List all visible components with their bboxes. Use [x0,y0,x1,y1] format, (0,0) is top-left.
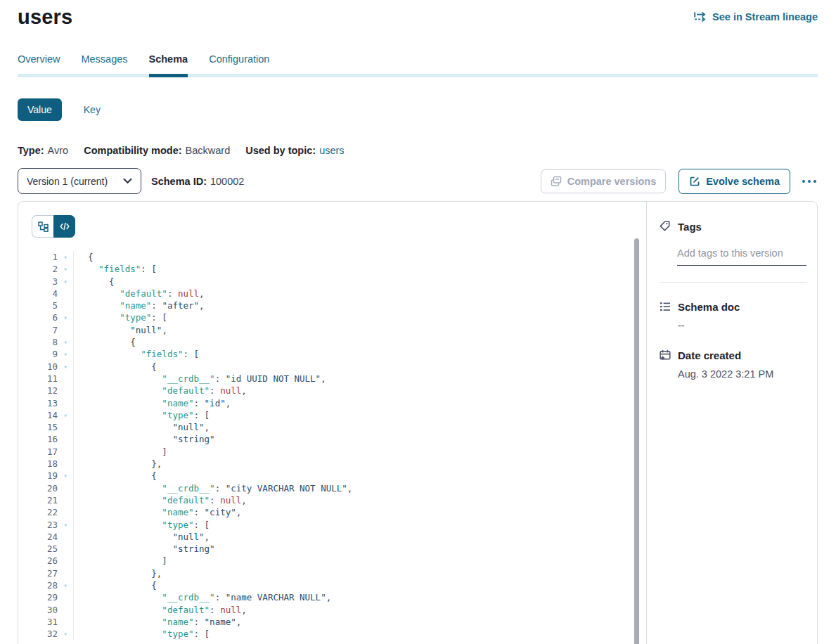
code-text: "type": [ [73,519,210,531]
collapse-toggle-icon[interactable]: ▾ [58,311,73,323]
see-in-stream-lineage-link[interactable]: See in Stream lineage [694,11,818,22]
code-text: "string" [73,433,215,445]
tab-messages[interactable]: Messages [81,53,127,74]
code-text: "__crdb__": "id UUID NOT NULL", [73,373,326,385]
code-text: "null", [73,324,167,336]
line-number: 1 [32,251,58,263]
sidebar-divider [659,282,807,283]
code-text: "default": null, [73,385,247,397]
code-line: 32▾ "type": [ [32,628,646,640]
code-text: { [73,251,94,263]
code-line: 7 "null", [32,324,646,336]
tab-schema[interactable]: Schema [149,53,188,74]
tag-icon [659,220,671,233]
code-text: "type": [ [73,628,210,640]
collapse-toggle-icon[interactable]: ▾ [58,519,73,531]
code-text: ] [73,446,167,458]
code-line: 10▾ { [32,361,646,373]
code-text: "name": "after", [73,300,205,311]
schema-doc-value: -- [678,320,807,331]
code-text: "__crdb__": "city VARCHAR NOT NULL", [73,482,352,494]
collapse-toggle-icon[interactable]: ▾ [58,409,73,421]
code-text: "name": "city", [73,506,241,518]
tree-view-button[interactable] [32,215,53,238]
code-line: 23▾ "type": [ [32,519,646,531]
code-view-button[interactable] [53,215,75,238]
add-tags-input[interactable] [677,247,806,266]
line-number: 5 [32,300,58,311]
code-line: 13 "name": "id", [32,397,646,409]
type-value: Avro [48,145,69,156]
line-number: 11 [32,373,58,385]
collapse-toggle-icon[interactable]: ▾ [58,348,73,360]
version-selected-value: Version 1 (current) [27,176,108,187]
line-number: 14 [32,409,58,421]
line-number: 15 [32,421,58,433]
code-text: }, [73,458,162,470]
code-text: "fields": [ [73,263,157,275]
collapse-toggle-icon[interactable]: ▾ [58,361,73,373]
toggle-value-button[interactable]: Value [18,98,62,121]
code-line: 8▾ { [32,336,646,348]
collapse-toggle-icon[interactable]: ▾ [58,276,73,288]
more-actions-button[interactable] [801,176,818,187]
used-by-topic-link[interactable]: users [319,145,344,156]
code-line: 9▾ "fields": [ [32,348,646,360]
code-line: 19▾ { [32,470,646,482]
code-line: 21 "default": null, [32,494,646,506]
collapse-toggle-icon[interactable]: ▾ [58,628,73,640]
arrow-spacer [58,433,73,445]
code-line: 26 ] [32,555,646,567]
compare-versions-icon [551,176,562,187]
line-number: 22 [32,506,58,518]
code-line: 2▾ "fields": [ [32,263,646,275]
line-number: 27 [32,567,58,579]
date-created-section: Date created Aug. 3 2022 3:21 PM [659,349,807,380]
code-line: 22 "name": "city", [32,506,646,518]
schema-meta-row: Type:Avro Compatibility mode:Backward Us… [18,145,818,156]
version-select[interactable]: Version 1 (current) [18,168,141,194]
collapse-toggle-icon[interactable]: ▾ [58,470,73,482]
schema-id-label: Schema ID: [151,176,207,187]
tab-overview[interactable]: Overview [18,53,60,74]
collapse-toggle-icon[interactable]: ▾ [58,263,73,275]
compare-versions-button[interactable]: Compare versions [541,169,667,193]
tree-view-icon [38,221,49,232]
line-number: 6 [32,311,58,323]
collapse-toggle-icon[interactable]: ▾ [58,251,73,263]
schema-sidebar: Tags Schema doc -- [646,202,817,644]
line-number: 10 [32,361,58,373]
edit-schema-icon [689,176,700,187]
code-line: 18 }, [32,458,646,470]
code-line: 17 ] [32,446,646,458]
code-line: 14▾ "type": [ [32,409,646,421]
arrow-spacer [58,324,73,336]
arrow-spacer [58,397,73,409]
collapse-toggle-icon[interactable]: ▾ [58,336,73,348]
code-line: 29 "__crdb__": "name VARCHAR NULL", [32,591,646,603]
toggle-key-button[interactable]: Key [79,103,105,116]
collapse-toggle-icon[interactable]: ▾ [58,579,73,591]
code-line: 31 "name": "name", [32,616,646,628]
code-line: 11 "__crdb__": "id UUID NOT NULL", [32,373,646,385]
line-number: 3 [32,276,58,288]
line-number: 32 [32,628,58,640]
tab-configuration[interactable]: Configuration [209,53,269,74]
tags-heading: Tags [678,221,702,233]
evolve-schema-button[interactable]: Evolve schema [679,169,790,194]
lineage-link-label: See in Stream lineage [712,11,818,22]
code-text: "type": [ [73,409,210,421]
view-mode-toggle [32,215,75,238]
type-field: Type:Avro [18,145,68,156]
code-line: 24 "null", [32,531,646,543]
code-text: "default": null, [73,494,247,506]
code-text: { [73,579,157,591]
schema-page: users See in Stream lineage OverviewMess… [0,0,836,644]
code-text: { [73,361,157,373]
code-line: 30 "default": null, [32,604,646,616]
line-number: 29 [32,591,58,603]
code-line: 28▾ { [32,579,646,591]
code-scrollbar[interactable] [634,238,639,644]
code-text: { [73,336,136,348]
code-line: 1▾{ [32,251,646,263]
